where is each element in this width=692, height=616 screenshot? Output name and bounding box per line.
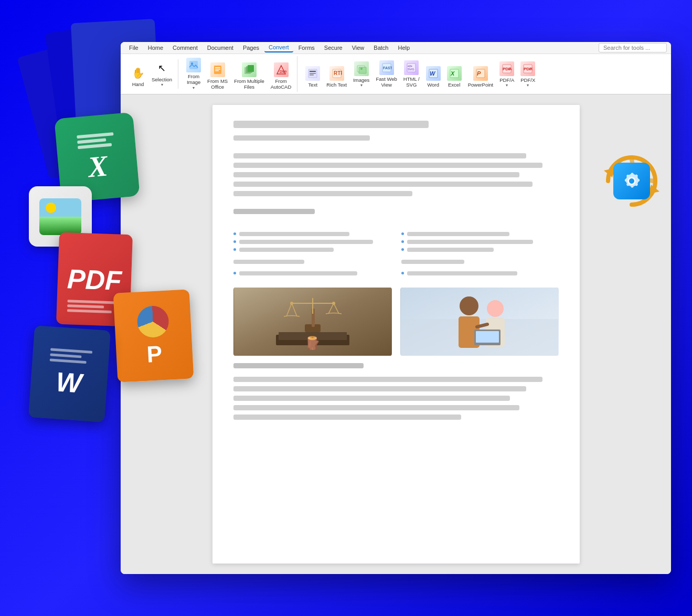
doc-column-left xyxy=(233,232,391,279)
bullet-left-2 xyxy=(233,240,391,244)
pdf-a-button[interactable]: PDF/A PDF/A ▾ xyxy=(497,60,517,89)
pdf-a-label: PDF/A xyxy=(499,77,514,83)
menu-comment[interactable]: Comment xyxy=(168,44,202,52)
from-ms-office-button[interactable]: From MSOffice xyxy=(205,61,230,92)
from-autocad-label: FromAutoCAD xyxy=(271,78,292,90)
search-input[interactable] xyxy=(599,43,667,52)
images-icon xyxy=(354,61,369,76)
doc-business-image xyxy=(400,288,559,356)
hand-tool-button[interactable]: ✋ Hand xyxy=(128,64,148,89)
rich-text-export-button[interactable]: RTF Rich Text xyxy=(324,65,349,89)
doc-body-line-4 xyxy=(233,182,533,187)
html-svg-icon: </>SVG xyxy=(404,60,419,75)
svg-rect-57 xyxy=(476,331,499,343)
doc-heading-line xyxy=(233,121,429,128)
svg-rect-18 xyxy=(359,67,366,73)
doc-body-line-1 xyxy=(233,153,526,158)
svg-point-52 xyxy=(460,296,478,315)
excel-export-button[interactable]: X Excel xyxy=(444,65,464,89)
images-label: Images xyxy=(353,77,369,83)
from-multiple-files-label: From MultipleFiles xyxy=(234,78,264,90)
svg-rect-4 xyxy=(215,69,220,70)
ribbon-group-export: Text RTF Rich Text Images ▾ xyxy=(300,59,541,90)
app-window: File Home Comment Document Pages Convert… xyxy=(121,42,671,574)
from-image-button[interactable]: FromImage ▾ xyxy=(184,56,204,92)
word-export-button[interactable]: W Word xyxy=(423,65,443,89)
menu-pages[interactable]: Pages xyxy=(239,44,263,52)
gear-icon xyxy=(621,171,642,192)
ribbon: ✋ Hand ↖ Selection ▾ FromImage ▾ xyxy=(121,54,671,94)
hand-tool-label: Hand xyxy=(132,81,144,87)
menu-secure[interactable]: Secure xyxy=(320,44,347,52)
powerpoint-export-icon: P xyxy=(473,66,488,81)
svg-text:W: W xyxy=(430,70,436,77)
menu-document[interactable]: Document xyxy=(203,44,238,52)
doc-columns xyxy=(233,232,559,279)
svg-text:FAST: FAST xyxy=(383,66,392,70)
text-export-button[interactable]: Text xyxy=(303,65,323,89)
doc-body-line-2 xyxy=(233,163,542,168)
selection-icon: ↖ xyxy=(155,61,169,76)
ribbon-group-from: FromImage ▾ From MSOffice From MultipleF… xyxy=(180,56,297,92)
pdf-a-icon: PDF/A xyxy=(499,61,514,76)
html-svg-label: HTML /SVG xyxy=(403,76,420,88)
svg-rect-12 xyxy=(310,71,316,72)
pdf-x-label: PDF/X xyxy=(520,77,535,83)
svg-rect-13 xyxy=(310,73,316,74)
menu-convert[interactable]: Convert xyxy=(264,43,293,52)
fast-web-view-label: Fast WebView xyxy=(376,76,397,88)
menu-help[interactable]: Help xyxy=(393,44,414,52)
word-export-label: Word xyxy=(427,82,439,88)
doc-footer-line-4 xyxy=(233,405,520,410)
bullet-left-4 xyxy=(233,271,391,275)
text-export-label: Text xyxy=(308,82,317,88)
rich-text-icon: RTF xyxy=(329,66,344,81)
powerpoint-export-button[interactable]: P PowerPoint xyxy=(465,65,496,89)
doc-column-right xyxy=(401,232,559,279)
doc-footer-line-1 xyxy=(233,377,542,382)
doc-bottom-section xyxy=(233,363,364,368)
bullet-right-3 xyxy=(401,248,559,252)
word-export-icon: W xyxy=(426,66,441,81)
from-autocad-button[interactable]: DWG FromAutoCAD xyxy=(268,61,294,92)
svg-text:/A: /A xyxy=(508,67,512,71)
fast-web-view-icon: FAST xyxy=(379,60,394,75)
convert-arrow xyxy=(592,142,671,220)
selection-tool-button[interactable]: ↖ Selection ▾ xyxy=(149,59,175,89)
svg-text:P: P xyxy=(477,70,481,77)
bullet-right-2 xyxy=(401,240,559,244)
bullet-left-3 xyxy=(233,248,391,252)
rich-text-label: Rich Text xyxy=(326,82,347,88)
html-svg-button[interactable]: </>SVG HTML /SVG xyxy=(401,59,422,90)
bullet-right-4 xyxy=(401,271,559,275)
from-ms-office-label: From MSOffice xyxy=(207,78,228,90)
svg-text:X: X xyxy=(450,70,455,77)
doc-col-right-label xyxy=(401,260,464,264)
from-image-label: FromImage xyxy=(187,73,200,86)
svg-point-19 xyxy=(360,68,363,70)
pdf-x-button[interactable]: PDF/X PDF/X ▾ xyxy=(518,60,538,89)
images-export-button[interactable]: Images ▾ xyxy=(350,60,372,89)
doc-images-row xyxy=(233,288,559,356)
doc-law-image xyxy=(233,288,392,356)
svg-rect-5 xyxy=(215,70,219,71)
doc-footer-line-2 xyxy=(233,386,526,391)
menu-view[interactable]: View xyxy=(348,44,369,52)
svg-text:/X: /X xyxy=(529,67,533,71)
menu-home[interactable]: Home xyxy=(144,44,167,52)
fast-web-view-button[interactable]: FAST Fast WebView xyxy=(373,59,399,90)
menu-file[interactable]: File xyxy=(125,44,143,52)
from-multiple-files-button[interactable]: From MultipleFiles xyxy=(231,61,267,92)
bullet-right-1 xyxy=(401,232,559,236)
menu-batch[interactable]: Batch xyxy=(369,44,392,52)
from-image-icon xyxy=(186,58,201,72)
excel-export-icon: X xyxy=(447,66,462,81)
excel-export-label: Excel xyxy=(448,82,460,88)
menu-forms[interactable]: Forms xyxy=(294,44,319,52)
from-office-icon xyxy=(210,62,225,77)
text-export-icon xyxy=(305,66,320,81)
bullet-left-1 xyxy=(233,232,391,236)
doc-section-heading xyxy=(233,209,315,214)
menu-bar: File Home Comment Document Pages Convert… xyxy=(121,42,671,54)
svg-text:DWG: DWG xyxy=(280,70,286,73)
